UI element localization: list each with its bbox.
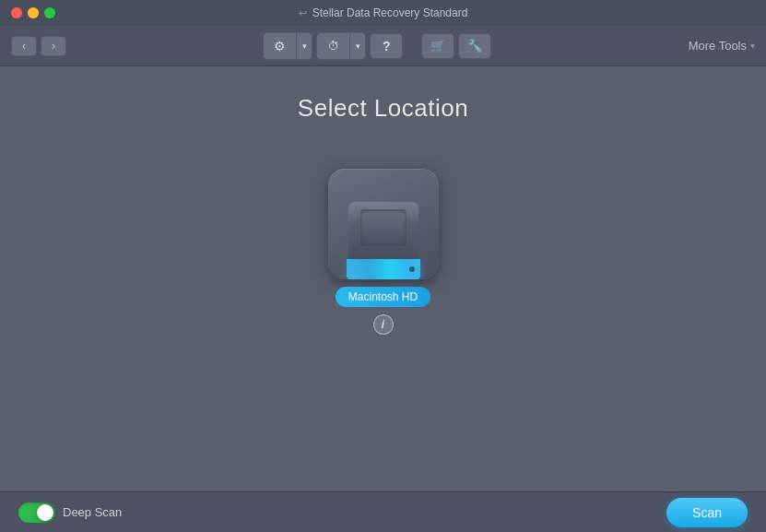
cart-button[interactable]: 🛒 <box>421 33 454 59</box>
more-tools-button[interactable]: More Tools ▾ <box>689 39 755 53</box>
nav-forward-button[interactable]: › <box>41 36 66 56</box>
more-tools-label: More Tools <box>689 39 747 53</box>
page-title: Select Location <box>298 94 468 123</box>
hdd-dot <box>409 266 415 272</box>
close-button[interactable] <box>11 7 22 18</box>
drives-area: Macintosh HD i <box>328 169 439 335</box>
settings-dropdown-button[interactable]: ▾ <box>297 33 312 59</box>
minimize-button[interactable] <box>28 7 39 18</box>
deep-scan-label: Deep Scan <box>63 505 122 519</box>
traffic-lights <box>11 7 55 18</box>
app-title-area: ↩ Stellar Data Recovery Standard <box>299 6 468 19</box>
toolbar: ‹ › ⚙ ▾ ⏱ ▾ ? 🛒 🔧 More Tools ▾ <box>0 26 766 66</box>
scan-button[interactable]: Scan <box>666 498 748 527</box>
hdd-top <box>348 202 418 259</box>
history-button[interactable]: ⏱ <box>317 33 350 59</box>
title-icon: ↩ <box>299 7 307 19</box>
drive-icon-macintosh-hd <box>328 169 439 279</box>
bottom-bar: Deep Scan Scan <box>0 491 766 532</box>
deep-scan-toggle-area: Deep Scan <box>18 502 122 523</box>
titlebar: ↩ Stellar Data Recovery Standard <box>0 0 766 26</box>
history-dropdown-button[interactable]: ▾ <box>350 33 365 59</box>
settings-button[interactable]: ⚙ <box>264 33 297 59</box>
nav-buttons: ‹ › <box>11 36 66 56</box>
drive-info-button[interactable]: i <box>373 314 394 335</box>
history-group: ⏱ ▾ <box>316 32 366 60</box>
settings-group: ⚙ ▾ <box>263 32 312 60</box>
nav-back-button[interactable]: ‹ <box>11 36 37 56</box>
maximize-button[interactable] <box>44 7 55 18</box>
drive-body <box>347 196 420 279</box>
drive-item-macintosh-hd[interactable]: Macintosh HD i <box>328 169 439 335</box>
toggle-thumb <box>37 504 53 521</box>
more-tools-chevron-icon: ▾ <box>750 41 755 51</box>
main-content: Select Location Macintosh HD i <box>0 66 766 491</box>
drive-label-macintosh-hd: Macintosh HD <box>336 287 430 307</box>
help-button[interactable]: ? <box>370 33 403 59</box>
wrench-button[interactable]: 🔧 <box>458 33 491 59</box>
hdd-bottom <box>347 259 420 279</box>
toolbar-center: ⚙ ▾ ⏱ ▾ ? 🛒 🔧 <box>66 32 689 60</box>
deep-scan-toggle[interactable] <box>18 502 55 523</box>
app-title: Stellar Data Recovery Standard <box>312 6 468 19</box>
